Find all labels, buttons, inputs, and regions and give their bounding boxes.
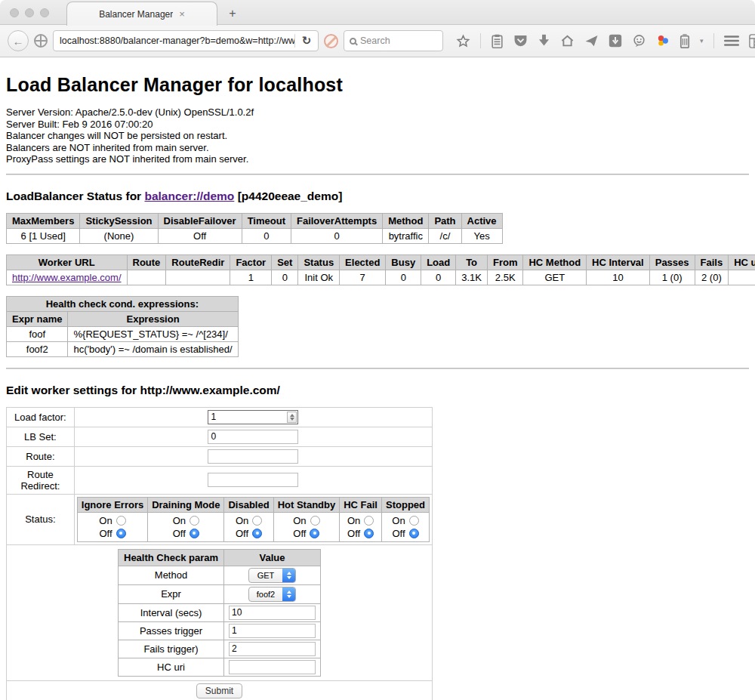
stepper-up-icon[interactable] — [290, 414, 294, 417]
cell: 2 (0) — [695, 270, 729, 285]
status-cell-ignore-errors: OnOff — [77, 512, 147, 541]
selected-value: foof2 — [249, 587, 282, 601]
column-header-routeredir: RouteRedir — [166, 254, 230, 270]
minimize-window-button[interactable] — [25, 8, 34, 17]
status-disabled-on-radio[interactable] — [252, 516, 262, 526]
cell: bytraffic — [383, 228, 429, 243]
status-ignore-errors-off-radio[interactable] — [116, 529, 126, 538]
status-hot-standby-off-radio[interactable] — [310, 529, 319, 538]
balancer-demo-link[interactable]: balancer://demo — [144, 190, 234, 202]
status-stopped-on-radio[interactable] — [409, 516, 419, 526]
column-header-stopped: Stopped — [382, 497, 430, 512]
zoom-window-button[interactable] — [40, 8, 49, 17]
table-row: MethodGET — [119, 566, 321, 584]
submit-row: Submit — [7, 680, 433, 700]
server-info-line: Balancer changes will NOT be persisted o… — [6, 130, 749, 142]
stepper-icon[interactable] — [287, 412, 297, 423]
container-icon[interactable] — [680, 34, 690, 48]
route-input[interactable] — [208, 449, 298, 464]
page-title: Load Balancer Manager for localhost — [6, 74, 749, 96]
radio-option: Off — [152, 527, 220, 540]
status-cell-disabled: OnOff — [224, 512, 273, 541]
column-header-disablefailover: DisableFailover — [158, 213, 242, 228]
status-disabled-off-radio[interactable] — [252, 529, 262, 538]
load-factor-input[interactable] — [208, 410, 298, 424]
url-text[interactable]: localhost:8880/balancer-manager?b=demo&w… — [54, 35, 294, 46]
health-check-param-table: Health Check paramValue MethodGETExprfoo… — [118, 549, 321, 677]
table-row: http://www.example.com/10Init Ok7003.1K2… — [7, 270, 755, 285]
chat-icon[interactable] — [632, 34, 646, 48]
blocked-icon[interactable] — [324, 34, 338, 48]
pocket-icon[interactable] — [513, 34, 528, 48]
radio-option: Off — [386, 527, 425, 540]
new-tab-button[interactable] — [223, 6, 242, 21]
table-row: foof%{REQUEST_STATUS} =~ /^[234]/ — [7, 326, 239, 341]
radio-label: Off — [236, 528, 248, 539]
status-hc-fail-off-radio[interactable] — [364, 529, 374, 538]
radio-label: On — [293, 515, 306, 526]
column-header-maxmembers: MaxMembers — [7, 213, 80, 228]
tab-title: Balancer Manager — [99, 9, 173, 20]
field-value-cell — [74, 427, 432, 446]
hc-value-cell — [224, 621, 321, 640]
hc-params-row: Health Check paramValue MethodGETExprfoo… — [7, 544, 433, 680]
hc-uri-input[interactable] — [229, 660, 316, 674]
reload-icon[interactable] — [295, 34, 318, 48]
status-stopped-off-radio[interactable] — [409, 529, 419, 538]
close-tab-icon[interactable] — [179, 9, 185, 19]
window-controls[interactable] — [10, 8, 49, 17]
colored-dots-icon[interactable] — [656, 34, 670, 48]
hc-fails-input[interactable] — [229, 642, 316, 656]
expr-name-cell: foof — [7, 326, 68, 341]
worker-url-cell: http://www.example.com/ — [7, 270, 128, 285]
column-header-expression: Expression — [68, 311, 238, 326]
status-hot-standby-on-radio[interactable] — [310, 516, 320, 526]
url-bar[interactable]: localhost:8880/balancer-manager?b=demo&w… — [53, 30, 319, 51]
status-draining-mode-on-radio[interactable] — [190, 516, 199, 526]
route-redirect-label: Route Redirect: — [7, 466, 75, 494]
home-icon[interactable] — [560, 34, 575, 48]
divider — [6, 174, 749, 175]
radio-label: Off — [293, 528, 306, 539]
bookmark-star-icon[interactable] — [456, 34, 470, 48]
health-check-expressions-table: Health check cond. expressions: Expr nam… — [6, 296, 239, 357]
download-icon[interactable] — [538, 34, 550, 48]
worker-url-link[interactable]: http://www.example.com/ — [12, 272, 122, 283]
globe-icon — [34, 34, 48, 48]
hc-fails-label: Fails trigger) — [119, 640, 224, 658]
search-placeholder: Search — [360, 35, 390, 46]
grid-icon[interactable] — [749, 34, 755, 48]
arrow-down-icon — [287, 576, 291, 579]
submit-button[interactable]: Submit — [196, 683, 242, 698]
search-input[interactable]: Search — [344, 30, 443, 51]
stepper-down-icon[interactable] — [290, 418, 294, 421]
load-factor-row: Load factor: — [7, 407, 433, 427]
lb-set-input[interactable] — [208, 430, 298, 444]
cell — [729, 270, 755, 285]
send-icon[interactable] — [584, 34, 599, 48]
tab-balancer-manager[interactable]: Balancer Manager — [66, 2, 217, 26]
hc-method-select[interactable]: GET — [248, 568, 296, 583]
back-icon[interactable] — [8, 30, 29, 51]
cell: 0 — [291, 228, 382, 243]
clipboard-icon[interactable] — [491, 34, 504, 48]
hc-interval-input[interactable] — [229, 606, 316, 620]
status-hc-fail-on-radio[interactable] — [364, 516, 374, 526]
arrow-down-icon — [287, 595, 291, 598]
cell: 1 — [230, 270, 272, 285]
status-cell-stopped: OnOff — [382, 512, 430, 541]
number-stepper-wrap — [208, 410, 298, 424]
hc-expr-select[interactable]: foof2 — [248, 587, 296, 602]
arrow-up-icon — [287, 572, 291, 575]
menu-icon[interactable] — [724, 35, 739, 47]
close-window-button[interactable] — [10, 8, 19, 17]
status-ignore-errors-on-radio[interactable] — [116, 516, 126, 526]
overflow-caret-icon[interactable] — [700, 37, 704, 45]
status-draining-mode-off-radio[interactable] — [190, 529, 199, 538]
column-header-hc-interval: HC Interval — [587, 254, 650, 270]
column-header-fails: Fails — [695, 254, 729, 270]
browser-chrome: Balancer Manager localhost:8880/balancer… — [0, 0, 755, 57]
route-redirect-input[interactable] — [208, 473, 298, 487]
extension-download-icon[interactable] — [609, 34, 622, 48]
hc-passes-input[interactable] — [229, 624, 316, 638]
